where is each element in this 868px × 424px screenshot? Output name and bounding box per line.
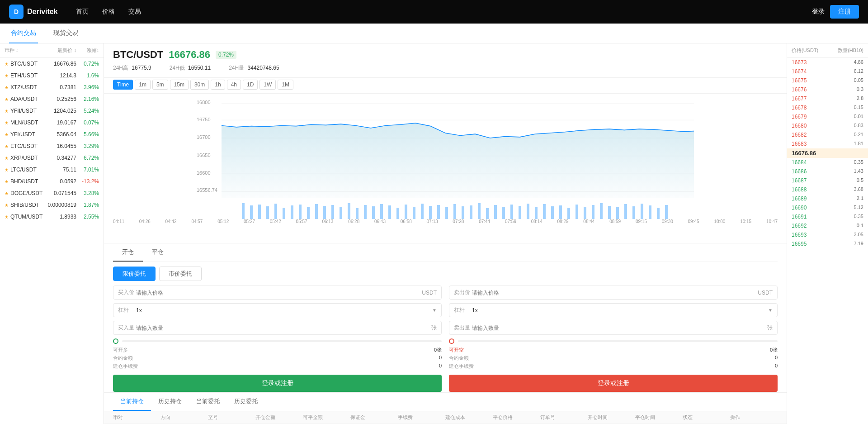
sell-price-input[interactable] xyxy=(472,290,758,296)
buy-leverage-row: 杠杆 1x ▼ xyxy=(113,303,442,317)
table-header-cell: 可平金额 xyxy=(303,414,350,421)
sidebar-item[interactable]: ★ MLN/USDT 19.0167 0.07% xyxy=(0,117,104,129)
svg-rect-54 xyxy=(584,207,586,219)
tab-open[interactable]: 开仓 xyxy=(113,243,143,262)
sell-leverage-row: 杠杆 1x ▼ xyxy=(449,303,778,317)
star-icon: ★ xyxy=(5,214,9,219)
svg-rect-51 xyxy=(559,205,562,219)
time-btn-5m[interactable]: 5m xyxy=(152,80,168,90)
low-stat: 24H低 16550.11 xyxy=(170,64,211,72)
nav-trade[interactable]: 交易 xyxy=(128,8,141,16)
leverage-dropdown-icon[interactable]: ▼ xyxy=(432,308,437,313)
svg-text:16556.74: 16556.74 xyxy=(197,187,217,193)
svg-rect-19 xyxy=(299,205,302,219)
sidebar-item[interactable]: ★ YFI/USDT 5366.04 5.66% xyxy=(0,129,104,140)
sidebar-item[interactable]: ★ BHD/USDT 0.0592 -13.2% xyxy=(0,176,104,187)
buy-order-price: 16693 xyxy=(792,232,854,238)
tab-history-orders[interactable]: 历史委托 xyxy=(227,393,265,411)
buy-price-input[interactable] xyxy=(136,290,422,296)
sell-qty-unit: 张 xyxy=(767,324,773,332)
nav-price[interactable]: 价格 xyxy=(102,8,115,16)
time-btn-4h[interactable]: 4h xyxy=(227,80,241,90)
sidebar-change: 6.72% xyxy=(76,155,99,161)
nav-home[interactable]: 首页 xyxy=(76,8,89,16)
sidebar-item[interactable]: ★ ETC/USDT 16.0455 3.29% xyxy=(0,140,104,152)
sell-order-price: 16678 xyxy=(792,105,854,111)
sidebar-price: 1214.3 xyxy=(45,72,76,79)
time-btn-1d[interactable]: 1D xyxy=(243,80,258,90)
sidebar-pair-name: SHIB/USDT xyxy=(10,202,39,208)
sidebar-rows: ★ BTC/USDT 16676.86 0.72% ★ ETH/USDT 121… xyxy=(0,58,104,223)
sidebar-item[interactable]: ★ QTUM/USDT 1.8933 2.55% xyxy=(0,211,104,223)
sidebar-item[interactable]: ★ ETH/USDT 1214.3 1.6% xyxy=(0,70,104,81)
sidebar-price: 75.11 xyxy=(45,167,76,173)
buy-login-button[interactable]: 登录或注册 xyxy=(113,375,442,392)
sidebar-item[interactable]: ★ XRP/USDT 0.34277 6.72% xyxy=(0,152,104,164)
svg-rect-24 xyxy=(340,207,342,219)
time-btn-30m[interactable]: 30m xyxy=(190,80,209,90)
sub-nav-contract[interactable]: 合约交易 xyxy=(9,24,38,43)
buy-fee-val: 0 xyxy=(439,363,442,370)
chart-title-row: BTC/USDT 16676.86 0.72% xyxy=(113,49,778,61)
sell-leverage-dropdown-icon[interactable]: ▼ xyxy=(768,308,773,313)
order-type-row: 限价委托 市价委托 xyxy=(113,262,778,286)
sidebar-item[interactable]: ★ SHIB/USDT 0.00000819 1.87% xyxy=(0,199,104,211)
buy-order-row: 166905.12 xyxy=(787,203,868,212)
time-btn-15m[interactable]: 15m xyxy=(170,80,189,90)
time-btn-1h[interactable]: 1h xyxy=(211,80,225,90)
sidebar-item[interactable]: ★ BTC/USDT 16676.86 0.72% xyxy=(0,58,104,70)
time-btn-1m[interactable]: 1m xyxy=(135,80,151,90)
pair-name: BTC/USDT xyxy=(113,49,163,61)
buy-order-qty: 5.12 xyxy=(854,205,863,211)
logo[interactable]: D Derivitek xyxy=(9,5,58,19)
svg-rect-13 xyxy=(250,205,253,219)
sidebar-item[interactable]: ★ XTZ/USDT 0.7381 3.96% xyxy=(0,81,104,93)
buy-order-qty: 2.1 xyxy=(857,195,863,202)
sidebar-item[interactable]: ★ DOGE/USDT 0.071545 3.28% xyxy=(0,187,104,199)
time-btn-time[interactable]: Time xyxy=(113,80,133,90)
sell-qty-input[interactable] xyxy=(472,325,767,331)
svg-rect-31 xyxy=(396,208,399,219)
star-icon: ★ xyxy=(5,109,9,114)
sidebar-pair-name: ETC/USDT xyxy=(10,143,38,149)
sub-nav-spot[interactable]: 现货交易 xyxy=(52,24,80,43)
sidebar-item[interactable]: ★ LTC/USDT 75.11 7.01% xyxy=(0,164,104,176)
svg-rect-60 xyxy=(632,206,635,219)
buy-order-price: 16692 xyxy=(792,223,857,229)
sub-navigation: 合约交易 现货交易 xyxy=(0,24,868,43)
sidebar-change: 2.55% xyxy=(76,214,99,220)
login-button[interactable]: 登录 xyxy=(812,8,825,16)
sidebar-price: 16.0455 xyxy=(45,143,76,149)
market-order-btn[interactable]: 市价委托 xyxy=(159,267,202,281)
limit-order-btn[interactable]: 限价委托 xyxy=(113,267,156,281)
sidebar-item[interactable]: ★ YFII/USDT 1204.025 5.24% xyxy=(0,105,104,117)
sell-order-qty: 0.3 xyxy=(857,86,863,93)
sell-order-qty: 1.81 xyxy=(854,141,863,147)
tab-current-orders[interactable]: 当前委托 xyxy=(189,393,227,411)
tab-close[interactable]: 平仓 xyxy=(143,243,173,262)
tab-current-positions[interactable]: 当前持仓 xyxy=(113,393,151,411)
sidebar-item[interactable]: ★ ADA/USDT 0.25256 2.16% xyxy=(0,93,104,105)
sell-order-price: 16675 xyxy=(792,77,854,84)
sell-order-qty: 0.05 xyxy=(854,77,863,84)
svg-rect-45 xyxy=(510,205,513,219)
sell-order-price: 16683 xyxy=(792,141,854,147)
sidebar-change: 3.29% xyxy=(76,143,99,149)
sell-login-button[interactable]: 登录或注册 xyxy=(449,375,778,392)
time-btn-1M[interactable]: 1M xyxy=(278,80,293,90)
sidebar-change: 7.01% xyxy=(76,167,99,173)
buy-order-row: 166933.05 xyxy=(787,230,868,239)
register-button[interactable]: 注册 xyxy=(830,5,859,19)
table-header-cell: 手续费 xyxy=(398,414,445,421)
svg-rect-29 xyxy=(380,204,383,219)
svg-rect-62 xyxy=(649,205,651,219)
buy-qty-row: 买入量 张 xyxy=(113,321,442,335)
buy-order-row: 166920.1 xyxy=(787,221,868,230)
table-header-cell: 开仓时间 xyxy=(588,414,635,421)
buy-can-open-label: 可开多 xyxy=(113,347,128,353)
sell-order-row: 166800.83 xyxy=(787,121,868,130)
tab-history-positions[interactable]: 历史持仓 xyxy=(151,393,189,411)
buy-qty-input[interactable] xyxy=(136,325,431,331)
svg-rect-18 xyxy=(291,205,293,219)
time-btn-1w[interactable]: 1W xyxy=(259,80,276,90)
